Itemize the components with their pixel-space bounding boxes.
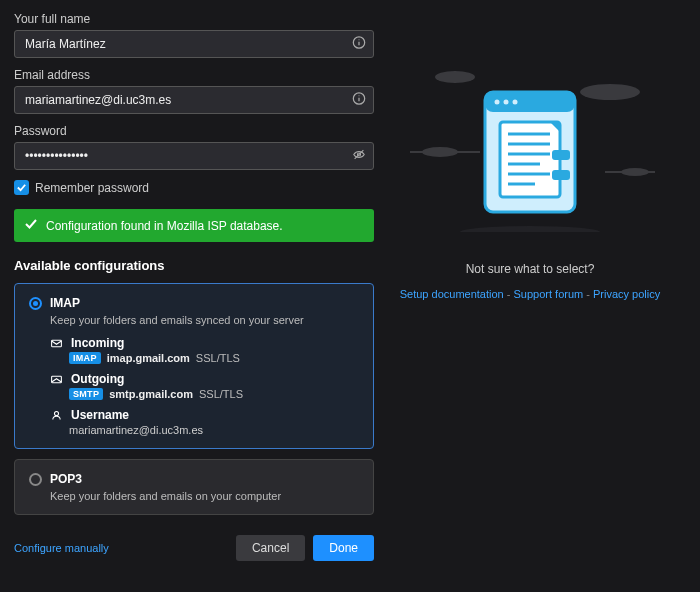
status-banner: Configuration found in Mozilla ISP datab… bbox=[14, 209, 374, 242]
remember-password-label: Remember password bbox=[35, 181, 149, 195]
remember-password-checkbox[interactable]: Remember password bbox=[14, 180, 374, 195]
setup-illustration bbox=[400, 52, 660, 232]
privacy-policy-link[interactable]: Privacy policy bbox=[593, 288, 660, 300]
full-name-label: Your full name bbox=[14, 12, 374, 26]
svg-point-10 bbox=[54, 411, 58, 415]
svg-point-2 bbox=[358, 39, 359, 40]
outgoing-security: SSL/TLS bbox=[199, 388, 243, 400]
full-name-input[interactable] bbox=[14, 30, 374, 58]
setup-documentation-link[interactable]: Setup documentation bbox=[400, 288, 504, 300]
inbox-icon bbox=[50, 337, 63, 350]
incoming-host: imap.gmail.com bbox=[107, 352, 190, 364]
user-icon bbox=[50, 409, 63, 422]
configure-manually-link[interactable]: Configure manually bbox=[14, 542, 109, 554]
config-title: POP3 bbox=[50, 472, 82, 486]
info-icon[interactable] bbox=[352, 92, 366, 109]
separator: - bbox=[507, 288, 514, 300]
svg-rect-8 bbox=[52, 340, 62, 347]
available-configs-title: Available configurations bbox=[14, 258, 374, 273]
svg-point-20 bbox=[495, 100, 500, 105]
status-text: Configuration found in Mozilla ISP datab… bbox=[46, 219, 283, 233]
done-button[interactable]: Done bbox=[313, 535, 374, 561]
password-input[interactable] bbox=[14, 142, 374, 170]
svg-point-11 bbox=[435, 71, 475, 83]
check-icon bbox=[14, 180, 29, 195]
email-input[interactable] bbox=[14, 86, 374, 114]
config-title: IMAP bbox=[50, 296, 80, 310]
svg-point-17 bbox=[460, 226, 600, 232]
svg-rect-32 bbox=[552, 170, 570, 180]
cancel-button[interactable]: Cancel bbox=[236, 535, 305, 561]
send-icon bbox=[50, 373, 63, 386]
username-label: Username bbox=[71, 408, 129, 422]
checkmark-icon bbox=[24, 217, 38, 234]
outgoing-host: smtp.gmail.com bbox=[109, 388, 193, 400]
svg-rect-9 bbox=[52, 376, 62, 383]
protocol-badge: IMAP bbox=[69, 352, 101, 364]
svg-point-22 bbox=[513, 100, 518, 105]
outgoing-label: Outgoing bbox=[71, 372, 124, 386]
svg-point-5 bbox=[358, 95, 359, 96]
separator: - bbox=[586, 288, 593, 300]
protocol-badge: SMTP bbox=[69, 388, 103, 400]
password-label: Password bbox=[14, 124, 374, 138]
config-desc: Keep your folders and emails synced on y… bbox=[50, 314, 359, 326]
radio-selected-icon bbox=[29, 297, 42, 310]
help-prompt: Not sure what to select? bbox=[466, 262, 595, 276]
help-links: Setup documentation - Support forum - Pr… bbox=[400, 288, 661, 300]
svg-rect-31 bbox=[552, 150, 570, 160]
incoming-security: SSL/TLS bbox=[196, 352, 240, 364]
account-setup-form: Your full name Email address Password bbox=[14, 12, 374, 580]
incoming-label: Incoming bbox=[71, 336, 124, 350]
support-forum-link[interactable]: Support forum bbox=[514, 288, 584, 300]
config-option-pop3[interactable]: POP3 Keep your folders and emails on you… bbox=[14, 459, 374, 515]
radio-unselected-icon bbox=[29, 473, 42, 486]
svg-point-12 bbox=[580, 84, 640, 100]
config-desc: Keep your folders and emails on your com… bbox=[50, 490, 359, 502]
config-option-imap[interactable]: IMAP Keep your folders and emails synced… bbox=[14, 283, 374, 449]
email-label: Email address bbox=[14, 68, 374, 82]
help-panel: Not sure what to select? Setup documenta… bbox=[374, 12, 686, 580]
info-icon[interactable] bbox=[352, 36, 366, 53]
eye-off-icon[interactable] bbox=[352, 148, 366, 165]
username-value: mariamartinez@di.uc3m.es bbox=[69, 424, 359, 436]
svg-point-21 bbox=[504, 100, 509, 105]
